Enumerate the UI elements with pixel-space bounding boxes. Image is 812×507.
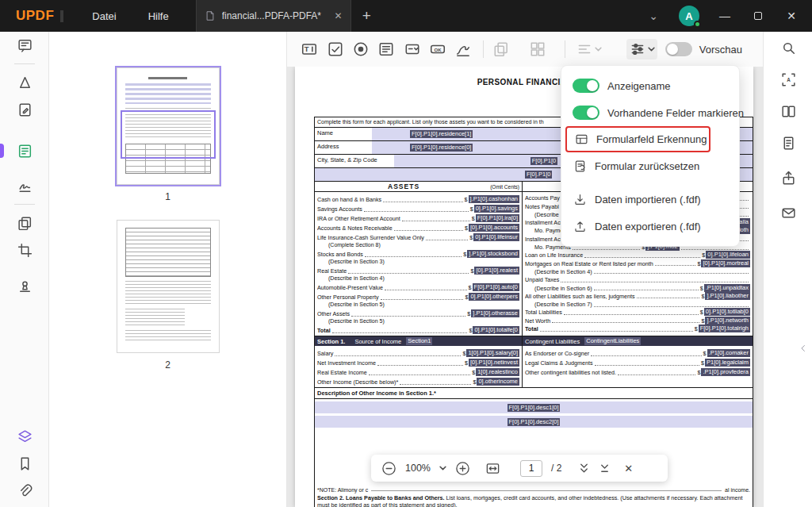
crop-tool-button[interactable] [0, 236, 49, 263]
dollar-sign: $ [465, 359, 468, 367]
scroll-to-end-icon[interactable] [599, 462, 611, 474]
form-field-chip[interactable]: ].P1[0].liabother [705, 292, 750, 300]
toggle-switch[interactable] [573, 106, 599, 120]
new-tab-button[interactable]: + [362, 7, 371, 25]
list-box-tool-button[interactable] [377, 37, 396, 61]
form-field-chip[interactable]: 0].P1[0].savings [474, 205, 519, 213]
bookmark-panel-button[interactable] [0, 450, 49, 477]
zoom-out-icon[interactable] [381, 461, 396, 476]
tab-close-icon[interactable]: ✕ [335, 10, 343, 21]
form-field-chip[interactable]: 1[0].P1[0].salary[0] [466, 349, 519, 357]
form-field-chip[interactable]: F[0].P1[0].residence[1] [410, 130, 473, 138]
close-bar-icon[interactable]: ✕ [624, 463, 633, 474]
form-field-chip[interactable]: 0].otherincome [477, 378, 519, 386]
share-button[interactable] [764, 162, 812, 194]
form-field-chip[interactable]: .P1[0].comaker [707, 349, 750, 357]
signature-field-tool-button[interactable] [454, 37, 473, 61]
page-number-input[interactable]: 1 [520, 460, 542, 477]
tab-list-chevron-icon[interactable]: ⌄ [649, 10, 658, 22]
form-field-chip[interactable]: F[0].P1[0 [525, 171, 552, 179]
shapes-tool-button[interactable] [0, 69, 49, 96]
comment-tool-button[interactable] [0, 32, 49, 59]
double-chevron-down-icon[interactable] [578, 462, 590, 474]
description-field[interactable]: F[0].P1[0].desc1[0] [315, 401, 753, 413]
form-options-button[interactable] [626, 39, 657, 60]
form-field-chip[interactable]: [0].P1[0].realest [474, 267, 519, 275]
menu-item-daten-exportieren-fdf[interactable]: Daten exportieren (.fdf) [561, 213, 739, 240]
stamp-tool-button[interactable] [0, 273, 49, 300]
form-field-chip[interactable]: F[0].P1[0].residence[0] [410, 144, 473, 152]
align-fields-button[interactable] [573, 39, 604, 60]
toggle-switch[interactable] [573, 79, 599, 93]
push-button-tool-button[interactable]: OK [428, 37, 447, 61]
form-tool-button[interactable] [0, 137, 49, 164]
zoom-level[interactable]: 100% [405, 463, 431, 474]
sign-tool-button[interactable] [0, 172, 49, 199]
asset-row: Other Assets$].P1[0].otherasse(Describe … [317, 308, 519, 325]
avatar[interactable]: A [679, 6, 699, 26]
preview-toggle[interactable] [665, 42, 692, 56]
fit-width-icon[interactable] [485, 461, 500, 476]
description-field[interactable]: F[0].P1[0].desc2[0] [315, 416, 753, 428]
combo-box-tool-button[interactable] [402, 37, 421, 61]
summary-button[interactable] [764, 127, 812, 159]
form-field-chip[interactable]: 0].P1[0].lifeloan [706, 251, 750, 259]
checkbox-tool-button[interactable] [325, 37, 344, 61]
form-field-chip[interactable]: F[0].P1[0].totalrigh [699, 325, 750, 332]
form-field-chip[interactable]: 1[0].realestinco [476, 368, 519, 376]
form-field-chip[interactable]: [0].P1[0].netinvest [469, 359, 519, 367]
compare-documents-button[interactable] [764, 95, 812, 127]
menu-item-anzeigename[interactable]: Anzeigename [561, 72, 739, 99]
viewport-indicator[interactable] [121, 110, 216, 159]
menu-datei[interactable]: Datei [92, 10, 116, 22]
radio-button-tool-button[interactable] [351, 37, 370, 61]
mail-button[interactable] [764, 197, 812, 229]
distribute-fields-button[interactable] [528, 37, 547, 61]
form-field-chip[interactable]: ].P1[0].networth [705, 317, 750, 325]
page-thumbnail-1[interactable] [117, 67, 220, 185]
menu-item-daten-importieren-fdf[interactable]: Daten importieren (.fdf) [561, 186, 739, 213]
menu-item-formularfeld-erkennung[interactable]: Formularfeld Erkennung [565, 126, 710, 152]
minimize-button[interactable]: — [717, 10, 733, 22]
document-tab[interactable]: financial...PDFA-PDFA* ✕ [196, 0, 351, 32]
form-field-chip[interactable]: P1[0].legalclaim [705, 359, 750, 367]
text-field-tool-button[interactable]: T [300, 37, 319, 61]
form-field-chip[interactable]: 0].P1[0].totliab[0 [704, 308, 750, 316]
organize-pages-button[interactable] [0, 209, 49, 236]
search-button[interactable] [764, 32, 812, 63]
attachment-panel-button[interactable] [0, 477, 49, 504]
row-label: (Describe in Section 6) [534, 285, 592, 292]
form-field-chip[interactable]: F[0].P1[0].auto[0 [473, 283, 519, 291]
menu-item-vorhandene-felder-markieren[interactable]: Vorhandene Felder markieren [561, 99, 739, 126]
zoom-in-icon[interactable] [455, 461, 470, 476]
form-field-chip[interactable]: [0].P1[0].accounts [469, 224, 519, 232]
form-field-chip[interactable]: F[0].P1[0].ira[0] [476, 214, 519, 222]
form-field-chip[interactable]: 0].P1[0].lifeinsur [473, 233, 519, 241]
form-field-chip[interactable]: F[0].P1[0].desc2[0] [508, 418, 561, 426]
form-field-chip[interactable]: 0].P1[0].totalfe[0 [473, 326, 519, 334]
maximize-button[interactable] [750, 10, 766, 22]
form-field-chip[interactable]: Section1 [406, 337, 432, 345]
layers-panel-button[interactable] [0, 423, 49, 450]
menu-item-label: Formular zurücksetzen [595, 160, 699, 172]
collapse-panel-button[interactable] [798, 343, 809, 357]
dollar-sign: $ [700, 285, 703, 292]
edit-tool-button[interactable] [0, 96, 49, 123]
form-field-chip[interactable]: ].P1[0].stocksbond [467, 250, 519, 258]
form-field-chip[interactable]: [0].P1[0].mortreal [701, 259, 750, 267]
form-field-chip[interactable]: ].P1[0].otherasse [471, 309, 519, 317]
window-close-button[interactable]: ✕ [783, 10, 799, 22]
ocr-button[interactable]: A [764, 63, 812, 95]
form-field-chip[interactable]: F[0].P1[0].desc1[0] [508, 404, 561, 412]
form-field-chip[interactable]: ].P1[0].cashonhan [469, 195, 519, 203]
form-field-chip[interactable]: F[0].P1[0 [530, 157, 557, 165]
duplicate-fields-button[interactable] [491, 37, 510, 61]
zoom-chevron-icon[interactable] [439, 466, 446, 471]
menu-hilfe[interactable]: Hilfe [148, 10, 169, 22]
form-field-chip[interactable]: 0].P1[0].otherpers [469, 293, 519, 301]
form-field-chip[interactable]: .P1[0].unpaidtax [704, 284, 750, 292]
page-thumbnail-2[interactable] [117, 220, 220, 353]
menu-item-formular-zurücksetzen[interactable]: Formular zurücksetzen [561, 152, 739, 179]
form-field-chip[interactable]: ContingentLiabilities [584, 337, 641, 345]
form-field-chip[interactable]: .P1[0].provfedera [701, 368, 750, 376]
